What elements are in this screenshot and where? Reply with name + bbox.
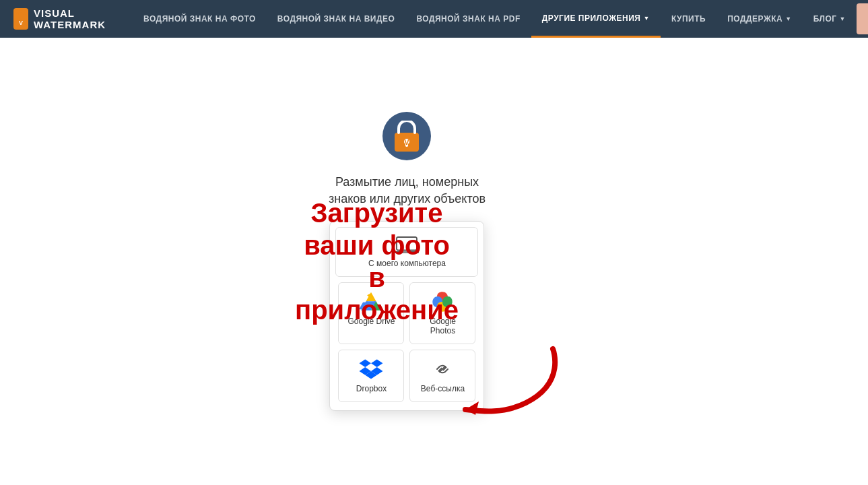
weblink-icon: [430, 358, 455, 380]
svg-text:V: V: [19, 20, 23, 26]
logo[interactable]: V VISUAL WATERMARK: [13, 7, 112, 30]
svg-marker-20: [360, 360, 371, 368]
upload-dropbox-label: Dropbox: [356, 384, 387, 393]
dropbox-icon: [359, 358, 383, 380]
svg-marker-21: [371, 360, 382, 368]
main-content: V Размытие лиц, номерных знаков или друг…: [0, 38, 868, 485]
promo-line3: в приложение: [295, 261, 459, 326]
next-button[interactable]: Далее ›: [857, 3, 868, 34]
nav-other-apps[interactable]: ДРУГИЕ ПРИЛОЖЕНИЯ ▼: [531, 0, 661, 38]
chevron-down-icon-3: ▼: [840, 15, 846, 22]
promo-text: Загрузите ваши фото в приложение: [295, 197, 459, 326]
nav-watermark-pdf[interactable]: ВОДЯНОЙ ЗНАК НА PDF: [405, 0, 531, 38]
nav-watermark-video[interactable]: ВОДЯНОЙ ЗНАК НА ВИДЕО: [267, 0, 406, 38]
content-center: V Размытие лиц, номерных знаков или друг…: [329, 112, 539, 411]
upload-dropbox[interactable]: Dropbox: [338, 350, 404, 402]
lock-icon: V: [393, 121, 420, 152]
logo-icon: V: [13, 8, 28, 30]
chevron-down-icon-2: ▼: [785, 15, 791, 22]
arrow-container: [459, 342, 566, 426]
logo-text: VISUAL WATERMARK: [34, 7, 112, 30]
chevron-down-icon: ▼: [643, 15, 649, 22]
nav-support[interactable]: ПОДДЕРЖКА ▼: [716, 0, 803, 38]
app-icon: V: [382, 112, 431, 160]
main-nav: ВОДЯНОЙ ЗНАК НА ФОТО ВОДЯНОЙ ЗНАК НА ВИД…: [133, 0, 857, 38]
nav-buy[interactable]: КУПИТЬ: [661, 0, 716, 38]
svg-text:V: V: [405, 138, 410, 146]
header: V VISUAL WATERMARK ВОДЯНОЙ ЗНАК НА ФОТО …: [0, 0, 868, 38]
nav-right: Далее ›: [857, 3, 868, 34]
promo-line2: ваши фото: [295, 229, 459, 261]
nav-watermark-photo[interactable]: ВОДЯНОЙ ЗНАК НА ФОТО: [133, 0, 267, 38]
arrow-icon: [459, 342, 566, 423]
promo-line1: Загрузите: [295, 197, 459, 229]
nav-blog[interactable]: БЛОГ ▼: [803, 0, 857, 38]
